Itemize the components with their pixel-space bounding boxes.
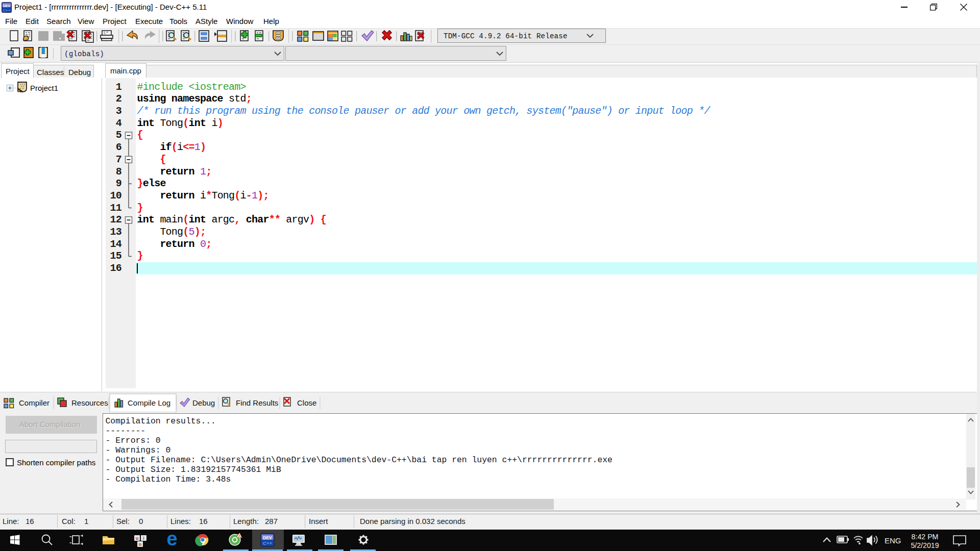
svg-text:n: n	[139, 542, 142, 547]
svg-text:DEV: DEV	[263, 535, 272, 540]
svg-text:C++: C++	[263, 540, 272, 546]
svg-text:u: u	[136, 536, 139, 541]
svg-text:8:42 PM: 8:42 PM	[912, 533, 939, 541]
svg-text:e: e	[166, 530, 177, 549]
svg-text:5/2/2019: 5/2/2019	[911, 541, 939, 549]
svg-text:i: i	[143, 536, 144, 541]
svg-text:ENG: ENG	[885, 536, 901, 545]
svg-text:C++: C++	[3, 8, 10, 13]
svg-text:DEV: DEV	[3, 4, 11, 8]
